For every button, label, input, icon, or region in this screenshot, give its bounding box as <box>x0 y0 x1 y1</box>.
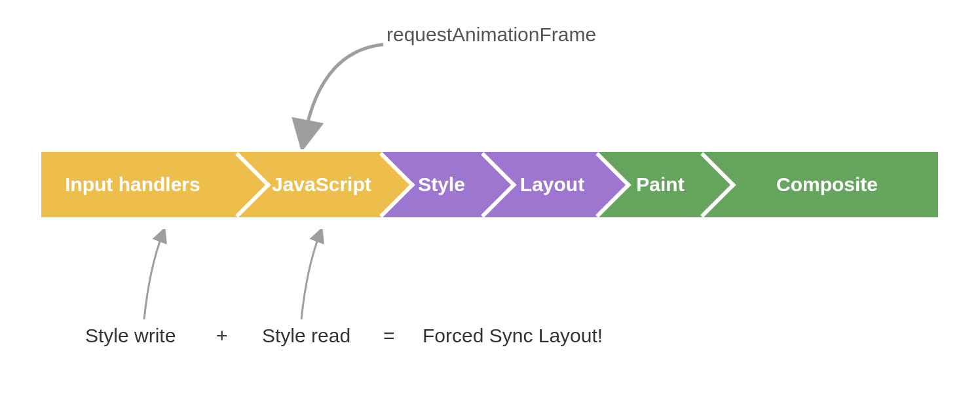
equation-equals: = <box>383 325 395 347</box>
arrow-stylewrite-to-inputhandlers <box>138 229 190 321</box>
stage-label: Style <box>392 152 491 217</box>
stage-label: Input handlers <box>41 152 261 217</box>
stage-label: Paint <box>611 152 709 217</box>
equation-result: Forced Sync Layout! <box>423 325 603 347</box>
raf-label: requestAnimationFrame <box>386 24 596 46</box>
equation-plus: + <box>216 325 228 347</box>
pipeline: Input handlers JavaScript Style Layout P… <box>41 152 938 217</box>
stage-label: Layout <box>497 152 608 217</box>
equation-left: Style write <box>85 325 176 347</box>
arrow-raf-to-js <box>282 38 386 149</box>
stage-label: Composite <box>716 152 938 217</box>
arrow-styleread-to-javascript <box>295 229 347 321</box>
rendering-pipeline-diagram: requestAnimationFrame Input handlers Jav… <box>0 0 980 396</box>
equation-right: Style read <box>262 325 350 347</box>
stage-label: JavaScript <box>238 152 416 217</box>
